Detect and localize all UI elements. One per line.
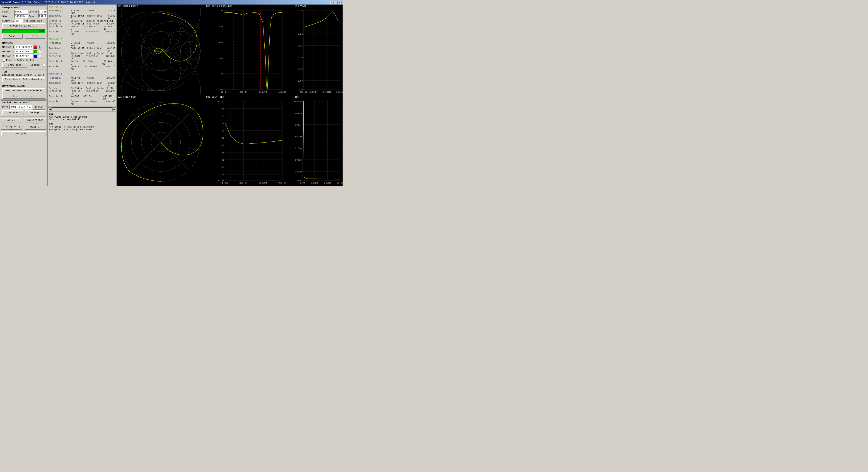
marker2-rl-value: -0.195 dB xyxy=(107,47,115,52)
locked-radio[interactable] xyxy=(42,64,45,67)
vswr-panel: S11 VSWR 1.43 1.37 1.31 1.25 xyxy=(294,4,343,95)
scroll-right-button[interactable]: ▶ xyxy=(113,107,116,111)
s21-summary-section: S21 Min gain: -97.852 dB @ 9.95540MHz Ma… xyxy=(48,122,117,132)
marker3-px-row: Parallel X: 19.765 nH S21 Phase: -114.54… xyxy=(49,100,115,105)
vswr-title: S11 VSWR xyxy=(294,4,343,8)
close-button[interactable]: ✕ xyxy=(338,1,342,4)
reference-sweep-title: Reference sweep xyxy=(2,85,45,88)
horizontal-scrollbar[interactable] xyxy=(52,107,113,111)
stop-label: Stop xyxy=(2,15,13,18)
svg-text:1.19: 1.19 xyxy=(298,56,303,59)
marker3-s21p-value: -114.54° xyxy=(104,100,115,105)
manage-button[interactable]: Manage xyxy=(25,110,45,115)
marker1-data-section: Marker 1 Frequency: 371.502 MHz VSWR: 3.… xyxy=(48,4,117,37)
marker2-px-row: Parallel X: 20.872 nH S21 Phase: -146.27… xyxy=(49,65,115,70)
marker1-freq-input[interactable] xyxy=(15,45,34,49)
svg-text:373.8: 373.8 xyxy=(295,159,302,161)
marker3-color[interactable] xyxy=(34,55,37,58)
title-bar: NanoVNA Saver 0.3.10 (Sweep: 2023-11-12 … xyxy=(0,0,343,4)
rescan-button[interactable]: Rescan xyxy=(33,105,45,110)
marker3-vswr-value: 60.704 xyxy=(107,77,115,82)
marker2-sc-row: Series C: -2.0342 nF S11 Phase: 172.78° xyxy=(49,55,115,60)
marker2-data-section: Marker 2 Frequency: 24.8135 MHz VSWR: 88… xyxy=(48,37,117,72)
marker2-color[interactable] xyxy=(34,50,37,53)
marker3-sc-value: -531.39 pF xyxy=(71,90,83,95)
stop-button[interactable]: Stop xyxy=(25,34,45,39)
calibration-button[interactable]: Calibration ... xyxy=(24,118,46,123)
stop-input[interactable] xyxy=(14,14,28,18)
s11-summary-section: S11 Min VSWR: 1.006 @ 668.169MHz Return … xyxy=(48,112,117,122)
polar-plot-svg xyxy=(117,99,205,185)
svg-text:1.000G: 1.000G xyxy=(278,91,286,93)
set-reference-button[interactable]: Set current as reference xyxy=(2,88,45,93)
marker3-radio[interactable] xyxy=(38,55,41,58)
minimize-button[interactable]: – xyxy=(330,1,334,4)
segments-input[interactable] xyxy=(15,19,23,23)
s11-summary-title: S11 xyxy=(49,113,115,115)
marker2-qf-value: 5.59 xyxy=(107,52,112,55)
marker3-freq-input[interactable] xyxy=(15,54,34,58)
marker1-px-row: Parallel X: 47.594 nH S21 Phase: 136.91° xyxy=(49,31,115,36)
marker1-radio[interactable] xyxy=(38,45,41,49)
s11-min-vswr: Min VSWR: 1.006 @ 668.169MHz xyxy=(49,116,115,118)
marker2-freq-value: 24.8135 MHz xyxy=(71,42,85,47)
about-button[interactable]: About ... xyxy=(25,125,46,130)
s21-summary-title: S21 xyxy=(49,123,115,126)
svg-text:253.5k: 253.5k xyxy=(300,91,308,93)
enable-delta-checkbox[interactable] xyxy=(2,59,5,62)
locked-label: Locked xyxy=(31,64,40,66)
marker1-imp-label: Impedance: xyxy=(49,15,70,20)
tdr-button[interactable]: Time Domain Reflectometry ... xyxy=(2,77,45,82)
sweep-settings-button[interactable]: Sweep settings ... xyxy=(2,23,45,28)
svg-rect-118 xyxy=(295,99,341,185)
display-setup-button[interactable]: Display setup ... xyxy=(1,125,23,130)
svg-text:1.31: 1.31 xyxy=(298,33,303,35)
svg-rect-82 xyxy=(215,99,284,185)
maximize-button[interactable]: □ xyxy=(334,1,338,4)
marker1-sc-row: Series C: -6.1658 pF S11 Phase: 53.09 xyxy=(49,23,115,25)
svg-text:50.0k: 50.0k xyxy=(221,91,227,93)
disconnect-button[interactable]: Disconnect xyxy=(2,110,24,115)
span-input[interactable] xyxy=(38,14,48,18)
marker3-px-value: 19.765 nH xyxy=(71,100,82,105)
svg-text:-60: -60 xyxy=(220,166,224,168)
marker3-freq-row: Frequency: 49.5770 MHz VSWR: 60.704 xyxy=(49,77,115,82)
files-button[interactable]: Files xyxy=(1,118,21,123)
port-label: Port xyxy=(2,106,9,108)
marker3-s21g-value: -56.512 dB xyxy=(103,95,115,100)
progress-bar-fill xyxy=(2,30,45,33)
svg-text:659.0: 659.0 xyxy=(295,135,302,138)
marker2-row: Marker 2 xyxy=(2,50,45,54)
start-input[interactable] xyxy=(14,10,28,14)
marker1-s21g-value: -3.005 dB xyxy=(103,25,115,30)
s21-min-gain: Min gain: -97.852 dB @ 9.95540MHz xyxy=(49,126,115,128)
analysis-button[interactable]: Analysis ... xyxy=(1,131,46,136)
reset-reference-button[interactable]: Reset reference xyxy=(2,94,45,99)
markers-section: Markers Marker 1 Marker 2 Marker 3 xyxy=(1,41,46,69)
marker2-label: Marker 2 xyxy=(2,50,14,53)
marker2-s21g-value: -82.446 dB xyxy=(102,60,115,65)
return-loss-panel: S11 Return Loss (dB) 0 -10 -20 -30 xyxy=(205,4,293,95)
marker2-radio[interactable] xyxy=(38,50,41,53)
center-input[interactable] xyxy=(38,10,48,14)
marker2-data-title: Marker 2 xyxy=(49,38,115,41)
svg-text:516.4: 516.4 xyxy=(295,147,302,150)
scroll-left-button[interactable]: ◀ xyxy=(48,107,52,111)
s21-max-gain: Max gain: -0.322 dB @ 960.874MHz xyxy=(49,128,115,131)
marker1-color[interactable] xyxy=(34,45,37,49)
marker1-data-title: Marker 1 xyxy=(49,5,115,9)
marker1-qf-value: 1.292 xyxy=(107,20,114,23)
left-panel: Sweep control Start Center Stop Span Seg… xyxy=(0,4,48,186)
bottom-buttons-row2: Display setup ... About ... xyxy=(1,125,46,130)
svg-text:20: 20 xyxy=(222,107,224,110)
marker3-pr-value: 44.507 Ω xyxy=(71,95,81,100)
svg-text:1.12: 1.12 xyxy=(298,68,303,70)
marker2-freq-input[interactable] xyxy=(15,50,34,54)
marker2-freq-row: Frequency: 24.8135 MHz VSWR: 88.990 xyxy=(49,42,115,47)
port-select[interactable]: COM3 (S-A-A-2) xyxy=(9,105,32,109)
show-data-button[interactable]: Show data xyxy=(2,63,27,67)
sweep-button[interactable]: Sweep xyxy=(2,34,23,39)
svg-text:3.653M: 3.653M xyxy=(310,91,317,93)
marker2-vswr-value: 88.990 xyxy=(107,42,115,47)
svg-text:-50: -50 xyxy=(220,159,224,161)
